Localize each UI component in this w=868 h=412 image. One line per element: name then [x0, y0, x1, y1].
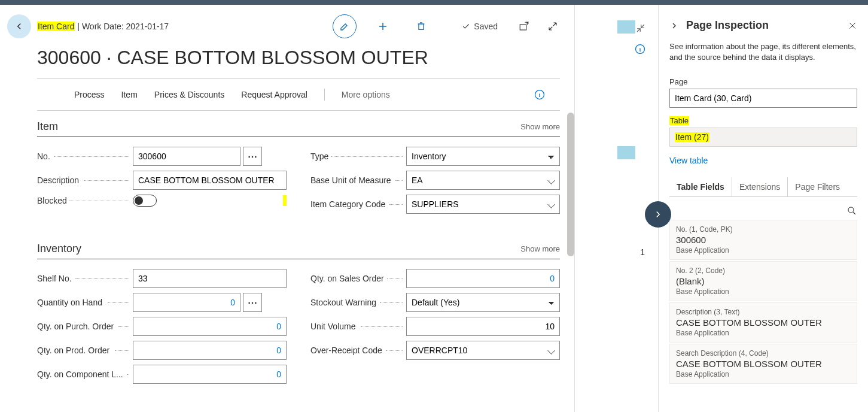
- input-qoh[interactable]: [133, 293, 240, 312]
- page-title: 300600 · CASE BOTTOM BLOSSOM OUTER: [0, 43, 574, 78]
- edit-button[interactable]: [333, 14, 357, 38]
- label-qcomp: Qty. on Component L...: [37, 369, 133, 379]
- field-entry[interactable]: Search Description (4, Code) CASE BOTTOM…: [669, 344, 857, 384]
- action-prices[interactable]: Prices & Discounts: [154, 90, 224, 99]
- showmore-inventory[interactable]: Show more: [520, 244, 560, 253]
- label-desc: Description: [37, 175, 133, 185]
- svg-point-3: [848, 207, 854, 213]
- input-qpo[interactable]: [133, 317, 287, 336]
- field-entry[interactable]: No. (1, Code, PK) 300600 Base Applicatio…: [669, 220, 857, 260]
- info-icon[interactable]: [534, 89, 546, 101]
- action-item[interactable]: Item: [121, 90, 138, 99]
- action-request[interactable]: Request Approval: [241, 90, 307, 99]
- inspector-description: See information about the page, its diff…: [669, 41, 857, 63]
- highlight-marker: [283, 195, 287, 206]
- section-title-item: Item: [37, 120, 58, 133]
- label-qpo: Qty. on Purch. Order: [37, 322, 133, 331]
- search-icon[interactable]: [846, 205, 857, 216]
- expand-button[interactable]: [546, 19, 560, 34]
- inspector-page-value: [669, 89, 857, 108]
- share-button[interactable]: [517, 19, 531, 34]
- breadcrumb: Item Card | Work Date: 2021-01-17: [37, 22, 169, 31]
- tab-table-fields[interactable]: Table Fields: [669, 177, 732, 196]
- label-overrcpt: Over-Receipt Code: [310, 346, 406, 355]
- nav-next-button[interactable]: [645, 201, 671, 228]
- input-uom[interactable]: [406, 171, 560, 190]
- tab-page-filters[interactable]: Page Filters: [788, 177, 847, 196]
- inspector-title: Page Inspection: [686, 19, 769, 32]
- lookup-no[interactable]: ⋯: [243, 147, 262, 166]
- input-qprod[interactable]: [133, 341, 287, 360]
- field-entry[interactable]: No. 2 (2, Code) (Blank) Base Application: [669, 261, 857, 301]
- new-button[interactable]: [371, 14, 395, 38]
- view-table-link[interactable]: View table: [669, 156, 708, 165]
- input-no[interactable]: [133, 147, 240, 166]
- scrollbar[interactable]: [567, 113, 574, 256]
- inspector-page-label: Page: [669, 77, 857, 86]
- close-icon[interactable]: [848, 21, 857, 31]
- input-overrcpt[interactable]: [406, 341, 560, 360]
- label-cat: Item Category Code: [310, 199, 406, 209]
- inspector-chevron-icon[interactable]: [669, 21, 679, 31]
- input-desc[interactable]: [133, 171, 287, 190]
- select-type[interactable]: Inventory: [406, 147, 560, 166]
- factbox-info-icon[interactable]: [634, 43, 646, 55]
- input-shelf[interactable]: [133, 269, 287, 288]
- input-cat[interactable]: [406, 195, 560, 214]
- field-entry[interactable]: Description (3, Text) CASE BOTTOM BLOSSO…: [669, 302, 857, 343]
- input-qso[interactable]: [406, 269, 560, 288]
- delete-button[interactable]: [409, 14, 433, 38]
- back-button[interactable]: [7, 14, 31, 38]
- action-process[interactable]: Process: [74, 90, 105, 99]
- select-stockout[interactable]: Default (Yes): [406, 293, 560, 312]
- background-number: 1: [640, 247, 645, 257]
- saved-indicator: Saved: [462, 22, 498, 31]
- minimize-icon[interactable]: [635, 23, 646, 34]
- section-title-inventory: Inventory: [37, 243, 81, 255]
- action-more[interactable]: More options: [342, 90, 390, 99]
- toggle-blocked[interactable]: [133, 195, 157, 207]
- label-qprod: Qty. on Prod. Order: [37, 346, 133, 355]
- tab-extensions[interactable]: Extensions: [732, 177, 788, 196]
- background-selection2: [617, 146, 635, 159]
- showmore-item[interactable]: Show more: [520, 122, 560, 131]
- label-qso: Qty. on Sales Order: [310, 274, 406, 283]
- background-selection: [617, 20, 635, 34]
- label-shelf: Shelf No.: [37, 274, 133, 283]
- label-stockout: Stockout Warning: [310, 298, 406, 307]
- label-blocked: Blocked: [37, 196, 133, 205]
- label-qoh: Quantity on Hand: [37, 298, 133, 307]
- label-uom: Base Unit of Measure: [310, 175, 406, 185]
- svg-rect-0: [520, 25, 526, 30]
- work-date: Work Date: 2021-01-17: [82, 22, 169, 31]
- label-no: No.: [37, 152, 133, 161]
- inspector-table-value: Item (27): [669, 128, 857, 147]
- lookup-qoh[interactable]: ⋯: [243, 293, 262, 312]
- page-crumb: Item Card: [37, 22, 75, 31]
- label-uvol: Unit Volume: [310, 322, 406, 331]
- input-qcomp[interactable]: [133, 365, 287, 384]
- label-type: Type: [310, 152, 406, 161]
- input-uvol[interactable]: [406, 317, 560, 336]
- inspector-table-label: Table: [669, 116, 857, 125]
